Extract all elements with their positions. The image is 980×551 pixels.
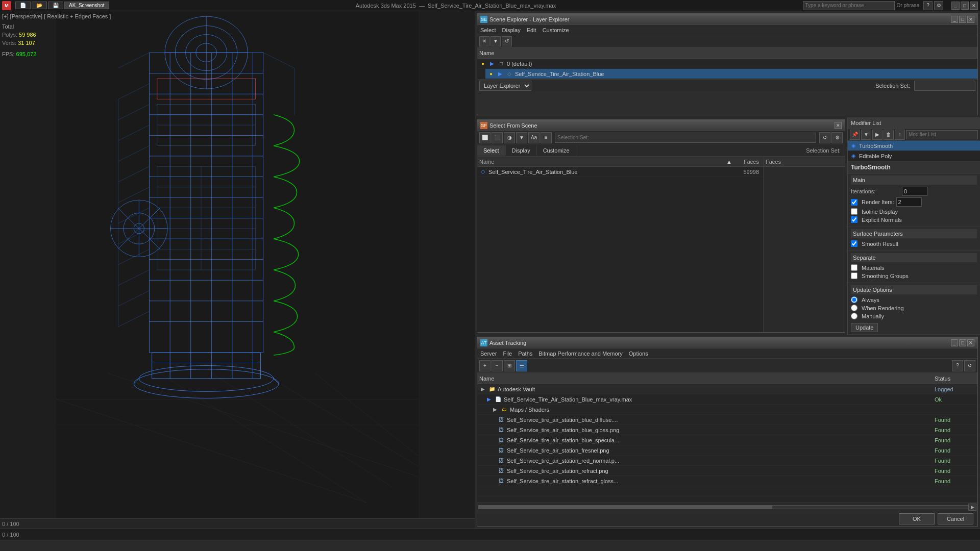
mod-iterations-input[interactable]: [902, 187, 927, 196]
at-scrollbar-track[interactable]: [478, 505, 968, 509]
mod-update-btn[interactable]: Update: [851, 323, 878, 332]
at-map-row-1[interactable]: 🖼 Self_Service_tire_air_station_blue_glo…: [477, 425, 977, 435]
maximize-btn[interactable]: □: [961, 2, 969, 10]
select-panel-toolbar: ⬜ ⬛ ◑ ▼ Aa ≡ ↺ ⚙: [477, 131, 845, 144]
at-map-row-3[interactable]: 🖼 Self_Service_tire_air_station_fresnel.…: [477, 445, 977, 456]
at-map-row-0[interactable]: 🖼 Self_Service_tire_air_station_blue_dif…: [477, 415, 977, 425]
sp-type-btn[interactable]: ▼: [516, 132, 527, 143]
mod-pin-icon[interactable]: 📌: [850, 130, 860, 140]
mod-radio-manually[interactable]: [851, 313, 857, 319]
mod-item-editablepoly[interactable]: ◈ Editable Poly: [848, 151, 980, 161]
se-refresh-icon[interactable]: ↺: [502, 36, 512, 46]
at-menu-server[interactable]: Server: [480, 350, 497, 357]
tab-open[interactable]: 📂: [32, 2, 47, 9]
at-minimize-btn[interactable]: _: [951, 339, 958, 346]
at-add-btn[interactable]: +: [479, 360, 491, 371]
at-scrollbar-thumb[interactable]: [479, 506, 772, 509]
se-menu-customize[interactable]: Customize: [543, 27, 569, 33]
sp-tab-customize[interactable]: Customize: [537, 145, 576, 156]
at-scroll-right-btn[interactable]: ▶: [968, 504, 976, 511]
mod-render-iters-input[interactable]: [896, 197, 922, 207]
sp-case-btn[interactable]: Aa: [528, 132, 540, 143]
mod-radio-always[interactable]: [851, 296, 857, 303]
at-close-btn[interactable]: ✕: [967, 339, 974, 346]
at-menu-bitmap[interactable]: Bitmap Performance and Memory: [538, 350, 622, 357]
modifier-panel: Modifier List 📌 ▼ ▶ 🗑 ↑ ◈ TurboSmooth: [847, 117, 980, 335]
mod-iterations-row: Iterations:: [851, 187, 977, 196]
se-close-btn[interactable]: ✕: [967, 16, 974, 23]
se-layer-1-row[interactable]: ● ▶ ◇ Self_Service_Tire_Air_Station_Blue: [485, 69, 977, 79]
at-maxfile-row[interactable]: ▶ 📄 Self_Service_Tire_Air_Station_Blue_m…: [477, 394, 977, 405]
window-controls: _ □ ✕: [951, 2, 978, 10]
mod-materials-checkbox[interactable]: [851, 264, 857, 271]
se-layer-0-row[interactable]: ● ▶ □ 0 (default): [477, 59, 977, 69]
at-cancel-btn[interactable]: Cancel: [938, 513, 973, 524]
minimize-btn[interactable]: _: [951, 2, 960, 10]
at-refresh-btn[interactable]: ↺: [964, 360, 975, 371]
se-minimize-btn[interactable]: _: [951, 16, 958, 23]
at-map-row-6[interactable]: 🖼 Self_Service_tire_air_station_refract_…: [477, 476, 977, 486]
close-btn[interactable]: ✕: [970, 2, 978, 10]
mod-item-turbosmooth[interactable]: ◈ TurboSmooth: [848, 141, 980, 151]
timeline-bar: 0 / 100: [0, 518, 475, 529]
search-input[interactable]: [803, 1, 895, 10]
sp-refresh-btn[interactable]: ↺: [819, 132, 830, 143]
mod-smoothing-checkbox[interactable]: [851, 272, 857, 279]
sp-search-input[interactable]: [555, 133, 816, 143]
at-maximize-btn[interactable]: □: [959, 339, 966, 346]
mod-isoline-label: Isoline Display: [851, 208, 898, 215]
mod-smooth-result-checkbox[interactable]: [851, 240, 857, 247]
at-menu-options[interactable]: Options: [629, 350, 648, 357]
tab-screenshot[interactable]: AK_Screenshot: [64, 2, 109, 9]
se-maximize-btn[interactable]: □: [959, 16, 966, 23]
mod-isoline-checkbox[interactable]: [851, 208, 857, 215]
sp-all-btn[interactable]: ⬜: [479, 132, 491, 143]
sp-close-btn[interactable]: ✕: [835, 122, 842, 129]
se-menu-select[interactable]: Select: [480, 27, 496, 33]
at-map-row-2[interactable]: 🖼 Self_Service_tire_air_station_blue_spe…: [477, 435, 977, 445]
at-maps-row[interactable]: ▶ 🗂 Maps / Shaders: [477, 405, 977, 415]
sp-tab-display[interactable]: Display: [506, 145, 537, 156]
mod-move-up-icon[interactable]: ↑: [895, 130, 905, 140]
at-menu-paths[interactable]: Paths: [518, 350, 532, 357]
mod-delete-icon[interactable]: 🗑: [884, 130, 894, 140]
at-vault-row[interactable]: ▶ 📁 Autodesk Vault Logged: [477, 384, 977, 394]
mod-search-input[interactable]: [906, 130, 978, 139]
at-map-row-4[interactable]: 🖼 Self_Service_tire_air_station_red_norm…: [477, 456, 977, 466]
at-grid-btn[interactable]: ⊞: [504, 360, 515, 371]
at-help-btn[interactable]: ?: [952, 360, 963, 371]
mod-surface-header[interactable]: Surface Parameters: [851, 229, 977, 238]
tab-save[interactable]: 💾: [48, 2, 63, 9]
icon-help[interactable]: ?: [923, 1, 933, 10]
se-menu-edit[interactable]: Edit: [527, 27, 536, 33]
viewport-3d[interactable]: [+] [Perspective] [ Realistic + Edged Fa…: [0, 11, 475, 529]
se-close-icon[interactable]: ✕: [479, 36, 489, 46]
sp-exact-btn[interactable]: ≡: [541, 132, 552, 143]
mod-render-iters-checkbox[interactable]: [851, 199, 857, 206]
mod-main-header[interactable]: Main: [851, 176, 977, 185]
se-menu-display[interactable]: Display: [502, 27, 521, 33]
at-list-btn[interactable]: ☰: [516, 360, 527, 371]
icon-settings[interactable]: ⚙: [934, 1, 943, 10]
tab-new[interactable]: 📄: [15, 2, 31, 9]
sp-object-row-0[interactable]: ◇ Self_Service_Tire_Air_Station_Blue 599…: [477, 167, 763, 177]
mod-explicit-normals-checkbox[interactable]: [851, 216, 857, 223]
se-selection-set-input[interactable]: [914, 81, 975, 91]
sp-tab-select[interactable]: Select: [477, 145, 506, 156]
mod-expand-icon[interactable]: ▶: [872, 130, 883, 140]
app-title: Autodesk 3ds Max 2015 — Self_Service_Tir…: [113, 3, 799, 9]
sp-settings-btn[interactable]: ⚙: [831, 132, 843, 143]
asset-tracking-panel: AT Asset Tracking _ □ ✕ Server File Path…: [477, 337, 978, 527]
se-filter-icon[interactable]: ▼: [491, 36, 501, 46]
at-map-row-5[interactable]: 🖼 Self_Service_tire_air_station_refract.…: [477, 466, 977, 476]
at-menu-file[interactable]: File: [503, 350, 512, 357]
at-ok-btn[interactable]: OK: [899, 513, 935, 524]
se-explorer-type[interactable]: Layer Explorer: [479, 81, 531, 91]
mod-collapse-icon[interactable]: ▼: [861, 130, 871, 140]
sp-invert-btn[interactable]: ◑: [504, 132, 515, 143]
sp-none-btn[interactable]: ⬛: [492, 132, 503, 143]
mod-separate-header[interactable]: Separate: [851, 253, 977, 262]
at-remove-btn[interactable]: −: [492, 360, 503, 371]
mod-update-header[interactable]: Update Options: [851, 285, 977, 294]
mod-radio-when[interactable]: [851, 305, 857, 311]
